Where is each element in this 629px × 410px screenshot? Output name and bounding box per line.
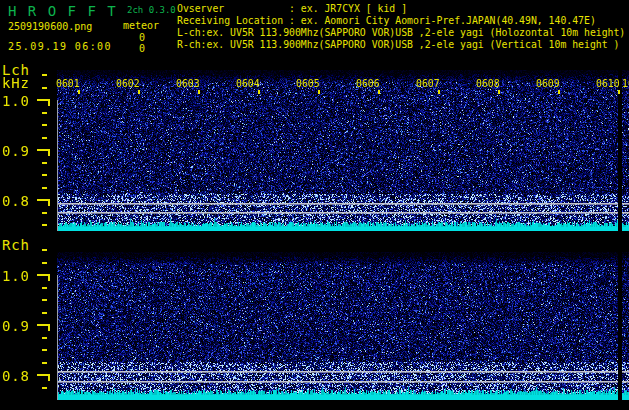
freq-tick-minor: [42, 74, 47, 76]
time-tick: [78, 90, 80, 94]
freq-tick-minor: [42, 387, 47, 389]
freq-tick-minor: [42, 249, 47, 251]
freq-tick-minor: [42, 362, 47, 364]
time-tick: [378, 90, 380, 94]
time-tick: [498, 90, 500, 94]
info-line-location: Receiving Location : ex. Aomori City Aom…: [177, 16, 596, 26]
time-label: 0609: [536, 79, 560, 89]
rch-freq-0.8: 0.8: [2, 369, 30, 383]
time-label: 0606: [356, 79, 380, 89]
freq-tick-minor: [42, 262, 47, 264]
freq-tick-major: [37, 274, 49, 276]
time-label: 0603: [176, 79, 200, 89]
freq-tick-minor: [42, 349, 47, 351]
lch-spectrogram: [57, 70, 629, 231]
freq-tick-minor: [42, 174, 47, 176]
app-version: 2ch 0.3.0: [127, 6, 176, 15]
time-label: 0608: [476, 79, 500, 89]
lch-freq-0.9: 0.9: [2, 144, 30, 158]
freq-tick-minor: [42, 112, 47, 114]
lch-axis-line: [57, 100, 58, 231]
rch-label: Rch: [2, 238, 30, 252]
info-line-rch-setup: R-ch:ex. UV5R 113.900Mhz(SAPPORO VOR)USB…: [177, 40, 619, 50]
freq-tick-minor: [42, 337, 47, 339]
freq-tick-minor: [42, 162, 47, 164]
time-tick: [558, 90, 560, 94]
meteor-count-top: 0: [118, 33, 145, 43]
freq-tick-minor: [42, 224, 47, 226]
time-label: 0610: [596, 79, 620, 89]
freq-tick-minor: [42, 212, 47, 214]
freq-tick-minor: [42, 124, 47, 126]
time-label: 0601: [56, 79, 80, 89]
hrofft-window: H R O F F T 2ch 0.3.0 2509190600.png met…: [0, 0, 629, 410]
freq-tick-major: [37, 199, 49, 201]
mode-label: meteor: [123, 21, 159, 31]
lch-freq-0.8: 0.8: [2, 194, 30, 208]
freq-tick-major: [37, 99, 49, 101]
freq-tick-major: [37, 324, 49, 326]
meteor-count-bottom: 0: [118, 44, 145, 54]
time-label-overflow: 10: [622, 79, 629, 89]
freq-tick-minor: [42, 137, 47, 139]
info-line-lch-setup: L-ch:ex. UV5R 113.900Mhz(SAPPORO VOR)USB…: [177, 28, 625, 38]
freq-tick-minor: [42, 87, 47, 89]
output-filename: 2509190600.png: [8, 22, 92, 32]
lch-freq-1.0: 1.0: [2, 94, 30, 108]
rch-freq-0.9: 0.9: [2, 319, 30, 333]
freq-tick-minor: [42, 312, 47, 314]
time-label: 0604: [236, 79, 260, 89]
rch-spectrogram: [57, 252, 629, 400]
time-tick: [438, 90, 440, 94]
time-label: 0605: [296, 79, 320, 89]
freq-tick-minor: [42, 299, 47, 301]
time-label: 0602: [116, 79, 140, 89]
time-tick: [138, 90, 140, 94]
freq-tick-major: [37, 374, 49, 376]
observation-datetime: 25.09.19 06:00: [8, 42, 112, 52]
freq-tick-major: [37, 149, 49, 151]
time-tick: [618, 90, 620, 94]
khz-unit-label: kHz: [2, 76, 30, 90]
freq-tick-minor: [42, 287, 47, 289]
time-tick: [258, 90, 260, 94]
time-tick: [318, 90, 320, 94]
info-line-observer: Ovserver : ex. JR7CYX [ kid ]: [177, 4, 407, 14]
freq-tick-minor: [42, 187, 47, 189]
app-title: H R O F F T: [8, 4, 117, 18]
time-label: 0607: [416, 79, 440, 89]
rch-freq-1.0: 1.0: [2, 269, 30, 283]
rch-axis-line: [57, 275, 58, 400]
time-tick: [198, 90, 200, 94]
